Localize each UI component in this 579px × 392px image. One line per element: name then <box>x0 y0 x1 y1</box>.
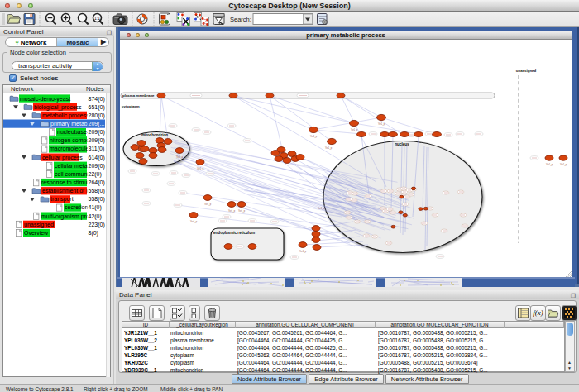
svg-text:transport: transport <box>50 196 74 203</box>
svg-text:Yxr1_p: Yxr1_p <box>546 163 553 166</box>
svg-text:endoplasmic reticulum: endoplasmic reticulum <box>213 231 255 235</box>
svg-text:response to stimulu: response to stimulu <box>41 179 92 186</box>
svg-text:macromolecule: macromolecule <box>50 146 89 151</box>
svg-text:establishment of lo: establishment of lo <box>42 188 90 194</box>
svg-text:nucleobase-: nucleobase- <box>57 129 89 135</box>
svg-text:41(0): 41(0) <box>89 204 102 211</box>
svg-text:209(0): 209(0) <box>89 137 105 144</box>
svg-text:558(0): 558(0) <box>89 196 105 203</box>
svg-text:primary metabo: primary metabo <box>50 121 91 127</box>
svg-text:1:1: 1:1 <box>94 16 100 21</box>
svg-text:651(0): 651(0) <box>89 104 105 111</box>
svg-text:280(0): 280(0) <box>89 112 105 119</box>
svg-text:Overview: Overview <box>24 230 49 236</box>
svg-text:biological_process: biological_process <box>34 104 82 111</box>
svg-text:614(0): 614(0) <box>89 155 105 161</box>
svg-text:mitochondrion: mitochondrion <box>141 133 168 137</box>
svg-text:209(0): 209(0) <box>89 163 105 170</box>
svg-text:nitrogen compo: nitrogen compo <box>50 137 89 144</box>
svg-text:Yxr1_p: Yxr1_p <box>310 135 318 138</box>
svg-text:nucleus: nucleus <box>395 142 409 146</box>
svg-text:558(0): 558(0) <box>89 188 105 194</box>
svg-text:cytoplasm: cytoplasm <box>122 104 140 108</box>
svg-text:874(0): 874(0) <box>89 96 105 103</box>
svg-text:311(0): 311(0) <box>89 146 105 152</box>
svg-text:plasma membrane: plasma membrane <box>122 93 155 98</box>
svg-text:cellular process: cellular process <box>42 155 83 161</box>
svg-text:209(...: 209(... <box>89 121 105 127</box>
svg-text:multi-organism pro: multi-organism pro <box>41 213 89 220</box>
svg-text:209(0): 209(0) <box>89 129 105 136</box>
svg-text:Yxr1_p: Yxr1_p <box>138 148 146 151</box>
svg-text:42(0): 42(0) <box>89 213 102 220</box>
svg-text:22(0): 22(0) <box>89 171 102 178</box>
svg-text:metabolic process: metabolic process <box>42 112 89 119</box>
svg-text:mosaic-demo-yeast: mosaic-demo-yeast <box>20 96 70 103</box>
svg-text:Yxr1_p: Yxr1_p <box>197 167 204 170</box>
svg-text:Yxr1_p: Yxr1_p <box>325 146 333 150</box>
svg-text:Yxr1_p: Yxr1_p <box>228 209 236 213</box>
svg-text:Yxr1_p: Yxr1_p <box>176 155 184 159</box>
svg-text:Search:: Search: <box>230 16 251 23</box>
svg-text:Yxr1_p: Yxr1_p <box>238 209 246 213</box>
svg-text:unassigned: unassigned <box>24 222 54 228</box>
svg-text:Yxr1_p: Yxr1_p <box>190 220 198 223</box>
svg-text:223(0): 223(0) <box>89 222 105 228</box>
svg-text:Yxr1_p: Yxr1_p <box>560 163 567 166</box>
svg-text:Yxr1_p: Yxr1_p <box>204 203 212 206</box>
svg-text:264(0): 264(0) <box>89 179 105 186</box>
svg-text:Yxr1_p: Yxr1_p <box>318 207 325 210</box>
svg-text:8(0): 8(0) <box>89 230 98 237</box>
svg-text:unassigned: unassigned <box>516 69 537 73</box>
svg-text:Yxr1_p: Yxr1_p <box>378 122 385 126</box>
svg-text:Yxr1_p: Yxr1_p <box>351 128 358 131</box>
svg-text:secretion: secretion <box>65 204 89 210</box>
svg-text:Yxr1_p: Yxr1_p <box>299 250 307 253</box>
